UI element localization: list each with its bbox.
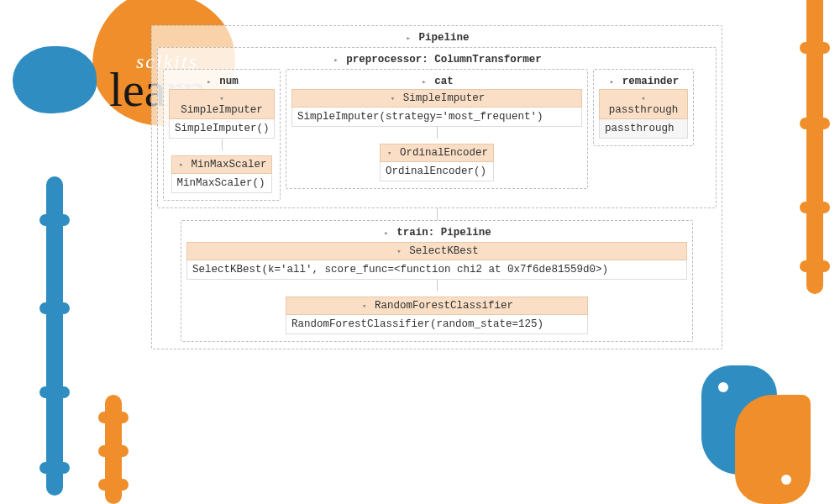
collapse-icon[interactable]: ▸ xyxy=(205,78,213,87)
collapse-icon[interactable]: ▸ xyxy=(420,78,428,87)
cat-encoder-body: OrdinalEncoder() xyxy=(380,162,494,181)
rf-classifier: ▾ RandomForestClassifier RandomForestCla… xyxy=(286,297,588,334)
collapse-icon[interactable]: ▾ xyxy=(389,95,396,103)
column-cat: ▸ cat ▾ SimpleImputer SimpleImputer(stra… xyxy=(286,69,588,189)
num-scaler-body: MinMaxScaler() xyxy=(171,174,273,193)
pipeline-title: ▸ Pipeline xyxy=(157,30,717,47)
collapse-icon[interactable]: ▾ xyxy=(395,248,402,256)
num-imputer: ▾ SimpleImputer SimpleImputer() xyxy=(169,89,275,139)
selectkbest-body: SelectKBest(k='all', score_func=<functio… xyxy=(186,260,687,280)
rf-body: RandomForestClassifier(random_state=125) xyxy=(286,315,588,334)
num-imputer-body: SimpleImputer() xyxy=(169,119,275,139)
collapse-icon[interactable]: ▸ xyxy=(405,34,412,43)
collapse-icon[interactable]: ▾ xyxy=(218,95,225,103)
column-label: remainder xyxy=(622,76,680,87)
pipeline-diagram: ▸ Pipeline ▸ preprocessor: ColumnTransfo… xyxy=(151,25,722,349)
collapse-icon[interactable]: ▸ xyxy=(382,229,390,238)
cat-imputer: ▾ SimpleImputer SimpleImputer(strategy='… xyxy=(291,89,582,127)
column-label: num xyxy=(219,76,239,87)
num-scaler: ▾ MinMaxScaler MinMaxScaler() xyxy=(171,155,273,193)
collapse-icon[interactable]: ▾ xyxy=(360,302,368,311)
collapse-icon[interactable]: ▾ xyxy=(177,161,185,170)
cat-imputer-body: SimpleImputer(strategy='most_frequent') xyxy=(291,108,582,127)
collapse-icon[interactable]: ▸ xyxy=(332,56,339,65)
cat-encoder: ▾ OrdinalEncoder OrdinalEncoder() xyxy=(380,144,494,181)
preprocessor-title: ▸ preprocessor: ColumnTransformer xyxy=(163,52,711,69)
collapse-icon[interactable]: ▾ xyxy=(386,150,393,158)
logo-blob-blue xyxy=(13,46,97,113)
remainder-body: passthrough xyxy=(599,119,688,139)
decor-bar-blue xyxy=(46,176,63,496)
train-title: ▸ train: Pipeline xyxy=(186,225,687,242)
pipeline-outer: ▸ Pipeline ▸ preprocessor: ColumnTransfo… xyxy=(151,25,722,349)
collapse-icon[interactable]: ▸ xyxy=(608,78,616,87)
column-remainder: ▸ remainder ▾ passthrough passthrough xyxy=(593,69,694,146)
column-num: ▸ num ▾ SimpleImputer SimpleImputer() ▾ xyxy=(163,69,281,201)
selectkbest: ▾ SelectKBest SelectKBest(k='all', score… xyxy=(186,242,687,280)
collapse-icon[interactable]: ▾ xyxy=(639,95,647,103)
remainder-passthrough: ▾ passthrough passthrough xyxy=(599,89,688,139)
decor-bar-orange-right xyxy=(806,0,823,294)
train-box: ▸ train: Pipeline ▾ SelectKBest SelectKB… xyxy=(181,220,693,342)
python-logo xyxy=(680,357,832,504)
preprocessor-box: ▸ preprocessor: ColumnTransformer ▸ num … xyxy=(157,47,717,208)
column-label: cat xyxy=(434,76,454,87)
decor-bar-orange-bottom xyxy=(105,395,122,504)
